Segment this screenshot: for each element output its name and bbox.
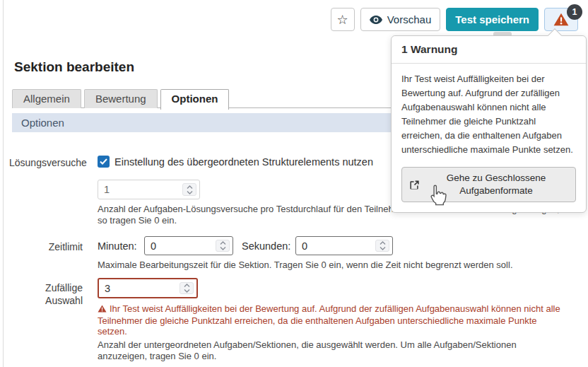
timelimit-label: Zeitlimit — [9, 240, 83, 253]
warning-count-badge: 1 — [567, 4, 582, 20]
attempts-input-wrap — [98, 180, 200, 199]
preview-button[interactable]: Vorschau — [360, 8, 441, 31]
chevron-down-icon — [184, 289, 190, 293]
panel-left-border — [3, 0, 4, 367]
random-selection-label: Zufällige Auswahl — [9, 281, 83, 307]
chevron-down-icon — [187, 190, 193, 194]
random-selection-help: Anzahl der untergeordneten Aufgaben/Sekt… — [98, 339, 522, 361]
timelimit-help: Maximale Bearbeitungszeit für die Sektio… — [98, 260, 585, 271]
seconds-stepper[interactable] — [375, 240, 389, 252]
eye-icon — [370, 16, 382, 24]
seconds-label: Sekunden: — [242, 240, 290, 252]
checkmark-icon — [100, 158, 107, 165]
random-selection-stepper[interactable] — [180, 282, 194, 294]
warning-triangle-icon — [98, 304, 107, 315]
chevron-up-icon — [220, 241, 226, 245]
warning-triangle-icon — [553, 13, 569, 26]
attempts-stepper[interactable] — [182, 183, 196, 196]
editor-page: ☆ Vorschau Test speichern 1 Sektion bear… — [0, 0, 588, 367]
inherit-settings-checkbox[interactable] — [98, 156, 110, 168]
tab-bar: Allgemein Bewertung Optionen — [12, 89, 229, 110]
minutes-label: Minuten: — [98, 240, 137, 252]
chevron-down-icon — [380, 246, 386, 250]
chevron-up-icon — [184, 284, 190, 288]
chevron-up-icon — [187, 185, 193, 190]
attempts-label: Lösungsversuche — [9, 156, 83, 169]
chevron-down-icon — [220, 246, 226, 250]
star-icon: ☆ — [337, 12, 348, 28]
minutes-stepper[interactable] — [216, 240, 230, 252]
tab-allgemein[interactable]: Allgemein — [12, 89, 81, 108]
popover-body-text: Ihr Test weist Auffälligkeiten bei der B… — [392, 64, 586, 161]
favorite-button[interactable]: ☆ — [331, 8, 355, 31]
tab-bewertung[interactable]: Bewertung — [84, 89, 158, 108]
hand-pointer-icon — [428, 183, 447, 210]
random-selection-warning-text: Ihr Test weist Auffälligkeiten bei der B… — [98, 303, 560, 337]
minutes-input-wrap — [144, 236, 233, 255]
warning-popover: 1 Warnung Ihr Test weist Auffälligkeiten… — [391, 35, 587, 213]
page-title: Sektion bearbeiten — [14, 59, 134, 75]
preview-button-label: Vorschau — [387, 13, 432, 25]
external-link-icon — [409, 180, 420, 190]
inherit-settings-label: Einstellung des übergeordneten Strukture… — [114, 156, 373, 168]
random-selection-warning: Ihr Test weist Auffälligkeiten bei der B… — [98, 303, 564, 337]
seconds-input-wrap — [295, 236, 393, 255]
save-test-button[interactable]: Test speichern — [446, 8, 539, 31]
save-test-button-label: Test speichern — [455, 13, 529, 25]
toolbar: ☆ Vorschau Test speichern 1 — [331, 8, 578, 31]
chevron-up-icon — [380, 241, 386, 245]
random-selection-input-wrap — [98, 278, 198, 298]
tab-optionen[interactable]: Optionen — [160, 89, 230, 110]
